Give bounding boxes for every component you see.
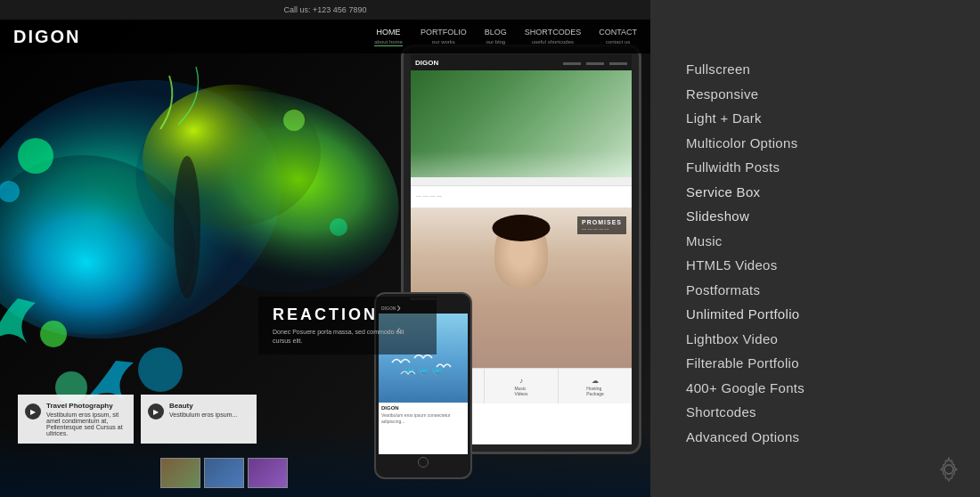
tablet-promises: PROMISES ― ― ― ― ― — [577, 216, 626, 234]
feature-slideshow: Slideshow — [686, 205, 953, 228]
svg-point-4 — [18, 138, 53, 174]
tablet-footer-hosting[interactable]: ☁ HostingPackage — [559, 369, 632, 403]
tablet-logo: DIGON — [415, 59, 438, 67]
top-bar-text: Call us: +123 456 7890 — [284, 5, 367, 14]
feature-html5-videos: HTML5 Videos — [686, 254, 953, 277]
thumb-1[interactable] — [160, 458, 200, 488]
card-title-1: Travel Photography — [46, 402, 127, 410]
tablet-footer-music[interactable]: ♪ MusicVideos — [485, 369, 559, 403]
portfolio-cards: ▶ Travel Photography Vestibulum eros ips… — [18, 395, 257, 444]
nav-items: HOMEabout home PORTFOLIOour works BLOGou… — [374, 28, 637, 46]
nav-blog[interactable]: BLOGour blog — [485, 28, 507, 46]
screenshot-panel: Call us: +123 456 7890 DIGON HOMEabout h… — [0, 0, 650, 497]
feature-service-box: Service Box — [686, 181, 953, 204]
tablet-top-image — [411, 70, 632, 177]
reaction-overlay: REACTION Donec Posuere porta massa, sed … — [258, 297, 437, 354]
thumbnail-strip — [160, 458, 288, 488]
svg-point-7 — [138, 347, 183, 392]
portfolio-card-1: ▶ Travel Photography Vestibulum eros ips… — [18, 395, 134, 444]
nav-shortcodes[interactable]: SHORTCODESuseful shortcodes — [525, 28, 581, 46]
next-arrow[interactable]: › — [396, 300, 401, 314]
tablet-promises-text: PROMISES — [582, 219, 622, 225]
phone-content: DIGON Vestibulum eros ipsum consectetur … — [379, 403, 468, 427]
svg-point-6 — [40, 321, 67, 347]
card-title-2: Beauty — [169, 402, 237, 410]
phone-content-text: DIGON Vestibulum eros ipsum consectetur … — [381, 405, 465, 424]
thumb-3[interactable] — [248, 458, 288, 488]
feature-fullscreen: Fullscreen — [686, 58, 953, 81]
svg-point-12 — [944, 465, 953, 474]
features-panel: Fullscreen Responsive Light + Dark Multi… — [650, 0, 980, 497]
svg-point-11 — [174, 156, 200, 298]
tablet-nav: DIGON — [411, 54, 632, 70]
card-icon-2: ▶ — [148, 403, 164, 420]
thumb-2[interactable] — [204, 458, 244, 488]
feature-light-dark: Light + Dark — [686, 107, 953, 130]
gear-icon — [935, 456, 962, 483]
feature-postformats: Postformats — [686, 279, 953, 302]
tablet-content: ― ― ― ― — [411, 186, 632, 208]
nav-bar: DIGON HOMEabout home PORTFOLIOour works … — [0, 20, 650, 53]
top-bar: Call us: +123 456 7890 — [0, 0, 650, 20]
svg-point-9 — [283, 110, 305, 131]
feature-shortcodes: Shortcodes — [686, 401, 953, 424]
feature-multicolor: Multicolor Options — [686, 132, 953, 155]
site-logo: DIGON — [13, 27, 81, 47]
feature-music: Music — [686, 230, 953, 253]
phone-home-button[interactable] — [376, 454, 470, 470]
svg-point-10 — [330, 218, 347, 236]
feature-fullwidth-posts: Fullwidth Posts — [686, 156, 953, 179]
card-text-2: Vestibulum eros ipsum... — [169, 411, 237, 418]
music-icon: ♪ — [519, 377, 523, 385]
portfolio-card-2: ▶ Beauty Vestibulum eros ipsum... — [141, 395, 257, 444]
nav-contact[interactable]: CONTACTcontact us — [599, 28, 637, 46]
nav-portfolio[interactable]: PORTFOLIOour works — [421, 28, 467, 46]
card-icon-1: ▶ — [25, 403, 41, 420]
feature-responsive: Responsive — [686, 83, 953, 106]
feature-google-fonts: 400+ Google Fonts — [686, 377, 953, 400]
nav-home[interactable]: HOMEabout home — [374, 28, 403, 46]
hosting-icon: ☁ — [592, 377, 599, 385]
feature-unlimited-portfolio: Unlimited Portfolio — [686, 303, 953, 326]
feature-advanced-options: Advanced Options — [686, 426, 953, 449]
feature-lightbox-video: Lightbox Video — [686, 328, 953, 351]
features-list: Fullscreen Responsive Light + Dark Multi… — [686, 58, 953, 448]
prev-arrow[interactable]: ‹ — [396, 322, 401, 337]
card-text-1: Vestibulum eros ipsum, sit amet condimen… — [46, 411, 127, 436]
feature-filterable-portfolio: Filterable Portfolio — [686, 352, 953, 375]
home-circle — [418, 457, 429, 468]
